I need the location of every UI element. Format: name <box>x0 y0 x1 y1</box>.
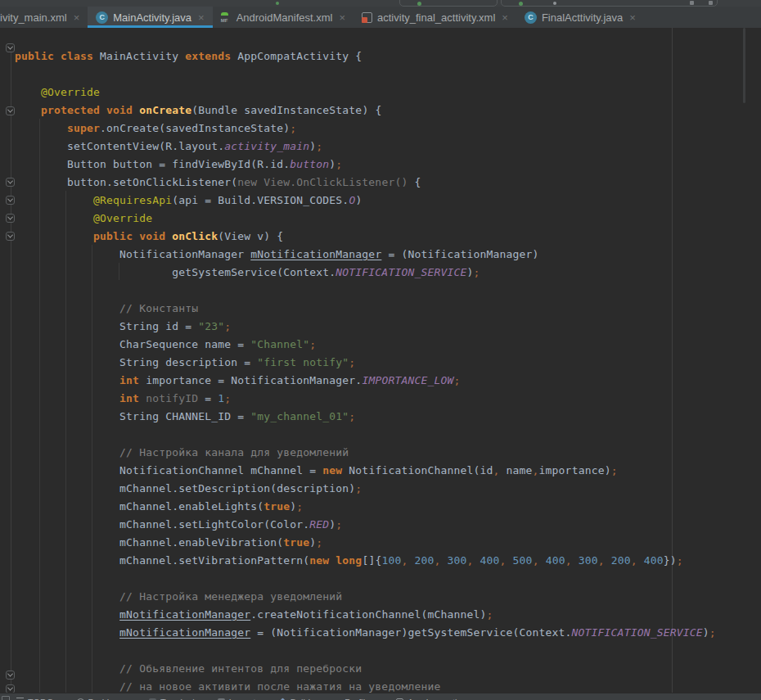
code-token: "23" <box>198 320 224 332</box>
tab-close-icon[interactable]: × <box>502 12 508 23</box>
tab-activity-final-acttivity-xml[interactable]: activity_final_acttivity.xml× <box>353 7 516 28</box>
java-class-icon: C <box>96 11 108 24</box>
code-line[interactable]: button.setOnClickListener(new View.OnCli… <box>15 174 716 192</box>
code-token: , <box>533 464 539 476</box>
toolwindow-todo[interactable]: TODO <box>16 698 54 700</box>
code-token: ; <box>316 536 322 549</box>
code-line[interactable]: Button button = findViewById(R.id.button… <box>15 156 716 174</box>
code-line[interactable]: @Override <box>15 84 716 102</box>
fold-marker[interactable] <box>6 196 15 205</box>
code-line[interactable]: protected void onCreate(Bundle savedInst… <box>15 102 716 120</box>
tab-close-icon[interactable]: × <box>74 12 80 23</box>
code-token: ; <box>349 356 355 368</box>
fold-marker[interactable] <box>6 178 15 187</box>
fold-marker[interactable] <box>6 671 15 680</box>
code-token: = (NotificationManager) <box>381 248 538 260</box>
code-token: 300 <box>448 554 467 567</box>
toolwindow-app-inspection[interactable]: App Inspection <box>396 698 467 700</box>
code-line[interactable]: getSystemService(Context.NOTIFICATION_SE… <box>15 264 716 282</box>
code-line[interactable]: // Настройка канала для уведомлений <box>15 444 716 462</box>
fold-marker[interactable] <box>6 684 15 693</box>
code-line[interactable]: mChannel.setLightColor(Color.RED); <box>15 516 716 534</box>
fold-marker[interactable] <box>6 43 15 52</box>
code-token: true <box>283 536 309 549</box>
toolbar-button-fragment <box>709 1 713 5</box>
code-token: getSystemService(Context. <box>15 266 335 278</box>
code-line[interactable]: int notifyID = 1; <box>15 390 716 408</box>
code-token: MainActivity <box>100 50 185 62</box>
code-line[interactable] <box>15 642 716 660</box>
code-line[interactable]: // Обьявление интентов для переброски <box>15 660 716 678</box>
code-line[interactable]: public class MainActivity extends AppCom… <box>15 47 716 65</box>
code-line[interactable]: int importance = NotificationManager.IMP… <box>15 372 716 390</box>
code-editor[interactable]: public class MainActivity extends AppCom… <box>0 28 761 693</box>
code-line[interactable]: @RequiresApi(api = Build.VERSION_CODES.O… <box>15 192 716 210</box>
code-line[interactable] <box>15 282 716 300</box>
fold-marker[interactable] <box>6 214 15 223</box>
toolwindow-build[interactable]: Build <box>279 698 310 700</box>
toolwindow-terminal[interactable]: Terminal <box>149 698 195 700</box>
code-token: 400 <box>546 554 565 567</box>
code-token: String id = <box>15 320 198 332</box>
code-line[interactable]: mChannel.enableVibration(true); <box>15 534 716 552</box>
code-line[interactable]: mChannel.enableLights(true); <box>15 498 716 516</box>
code-token <box>15 608 119 621</box>
toolbar-button-fragment <box>690 1 694 5</box>
fold-marker[interactable] <box>6 106 15 115</box>
code-line[interactable]: String id = "23"; <box>15 318 716 336</box>
code-line[interactable]: super.onCreate(savedInstanceState); <box>15 120 716 138</box>
code-line[interactable]: NotificationChannel mChannel = new Notif… <box>15 462 716 480</box>
code-line[interactable]: mChannel.setDescription(description); <box>15 480 716 498</box>
code-line[interactable]: setContentView(R.layout.activity_main); <box>15 138 716 156</box>
code-line[interactable]: // Константы <box>15 300 716 318</box>
code-line[interactable] <box>15 426 716 444</box>
tab-finalacttivity-java[interactable]: CFinalActtivity.java× <box>516 7 644 28</box>
code-line[interactable]: NotificationManager mNotificationManager… <box>15 246 716 264</box>
toolwindow-label: Terminal <box>160 698 195 700</box>
tab-close-icon[interactable]: × <box>339 12 345 23</box>
tab-close-icon[interactable]: × <box>629 12 636 23</box>
code-line[interactable]: // на новое активити после нажатия на ув… <box>15 678 716 693</box>
code-token: , <box>565 554 579 567</box>
code-line[interactable]: public void onClick(View v) { <box>15 228 716 246</box>
tab-close-icon[interactable]: × <box>198 12 205 23</box>
code-token: mChannel.enableVibration( <box>15 536 283 549</box>
editor-tab-bar: ivity_main.xml×CMainActivity.java×MFAndr… <box>0 7 761 28</box>
code-token <box>15 230 93 242</box>
tab-mainactivity-java[interactable]: CMainActivity.java× <box>88 7 212 28</box>
code-line[interactable]: String description = "first notify"; <box>15 354 716 372</box>
code-token: mNotificationManager <box>250 248 381 260</box>
code-token: ; <box>677 554 683 567</box>
main-toolbar-fragment <box>0 0 761 7</box>
code-line[interactable]: mNotificationManager = (NotificationMana… <box>15 624 716 642</box>
code-token: ; <box>316 140 322 152</box>
scrollbar-thumb[interactable] <box>743 28 745 103</box>
code-token: mChannel.setVibrationPattern( <box>15 554 309 567</box>
code-line[interactable]: mChannel.setVibrationPattern(new long[]{… <box>15 552 716 570</box>
toolwindow-problems[interactable]: Problems <box>77 698 126 700</box>
toolwindow-logcat[interactable]: Logcat <box>218 698 256 700</box>
code-line[interactable]: @Override <box>15 210 716 228</box>
code-line[interactable]: String CHANNEL_ID = "my_channel_01"; <box>15 408 716 426</box>
code-line[interactable]: mNotificationManager.createNotificationC… <box>15 606 716 624</box>
code-token: ; <box>487 608 493 621</box>
code-line[interactable]: // Настройка менеджера уведомлений <box>15 588 716 606</box>
fold-marker[interactable] <box>6 232 15 241</box>
code-line[interactable] <box>15 65 716 84</box>
code-token: @Override <box>93 212 152 224</box>
tool-window-corner-icon[interactable] <box>2 696 10 700</box>
code-area[interactable]: public class MainActivity extends AppCom… <box>0 28 716 693</box>
code-line[interactable] <box>15 570 716 588</box>
code-token: NotificationChannel(id <box>349 464 493 476</box>
tab-label: AndroidManifest.xml <box>236 11 333 24</box>
toolwindow-profiler[interactable]: Profiler <box>333 698 373 700</box>
code-token: int <box>119 392 146 404</box>
tab-ivity-main-xml[interactable]: ivity_main.xml× <box>0 7 88 28</box>
code-token <box>15 212 93 224</box>
ide-window: ivity_main.xml×CMainActivity.java×MFAndr… <box>0 0 761 700</box>
code-token: notifyID <box>146 392 198 404</box>
tab-androidmanifest-xml[interactable]: MFAndroidManifest.xml× <box>213 7 353 28</box>
code-line[interactable]: CharSequence name = "Channel"; <box>15 336 716 354</box>
manifest-label: MF <box>221 18 228 23</box>
code-token: 100 <box>381 554 401 567</box>
